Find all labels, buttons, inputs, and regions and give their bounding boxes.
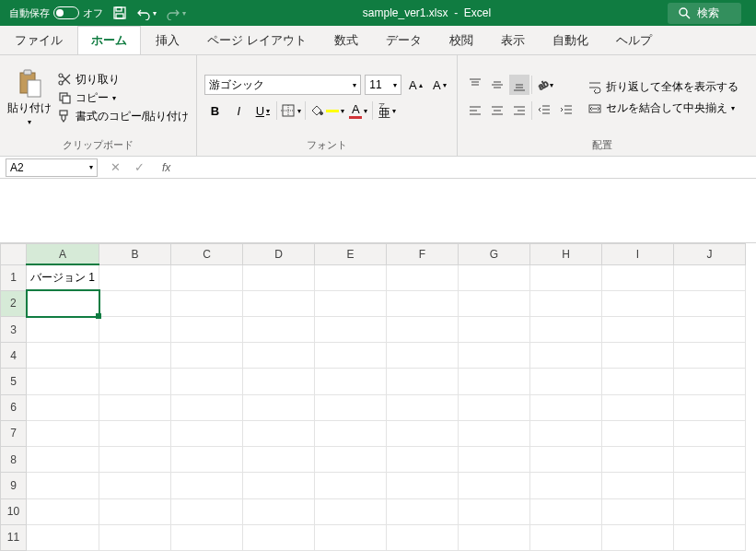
cell-F9[interactable] [387,473,459,498]
cell-E2[interactable] [315,290,387,316]
cell-B9[interactable] [99,473,171,498]
row-header-11[interactable]: 11 [1,524,27,550]
cell-I10[interactable] [602,498,674,524]
fx-label[interactable]: fx [157,161,176,174]
align-left-button[interactable] [465,100,485,121]
merge-center-button[interactable]: セルを結合して中央揃え ▾ [587,100,739,116]
column-header-E[interactable]: E [315,244,387,265]
cell-A6[interactable] [27,394,99,420]
cell-B6[interactable] [99,394,171,420]
cell-F10[interactable] [387,498,459,524]
paste-button[interactable]: 貼り付け ▾ [7,69,52,126]
row-header-8[interactable]: 8 [1,447,27,473]
search-box[interactable]: 検索 [668,3,741,24]
cell-H1[interactable] [530,264,602,290]
column-header-I[interactable]: I [602,244,674,265]
cell-H9[interactable] [530,473,602,498]
cell-J6[interactable] [674,394,746,420]
column-header-D[interactable]: D [243,244,315,265]
cell-H6[interactable] [530,394,602,420]
cell-D8[interactable] [243,447,315,473]
column-header-B[interactable]: B [99,244,171,265]
row-header-7[interactable]: 7 [1,420,27,446]
wrap-text-button[interactable]: 折り返して全体を表示する [587,79,739,95]
tab-挿入[interactable]: 挿入 [143,27,192,54]
cell-J1[interactable] [674,264,746,290]
cell-B2[interactable] [99,290,171,316]
cell-D9[interactable] [243,473,315,498]
align-bottom-button[interactable] [509,75,529,95]
cell-I8[interactable] [602,447,674,473]
tab-ヘルプ[interactable]: ヘルプ [603,27,665,54]
cell-E8[interactable] [315,447,387,473]
cell-G7[interactable] [459,420,530,446]
cell-J4[interactable] [674,343,746,369]
cell-B8[interactable] [99,447,171,473]
orientation-button[interactable]: ab▾ [534,75,554,95]
align-middle-button[interactable] [487,75,507,95]
cell-H2[interactable] [530,290,602,316]
cell-F5[interactable] [387,369,459,394]
row-header-10[interactable]: 10 [1,498,27,524]
increase-indent-button[interactable] [556,100,576,121]
cell-B11[interactable] [99,524,171,550]
cell-I5[interactable] [602,369,674,394]
column-header-C[interactable]: C [171,244,243,265]
cell-G9[interactable] [459,473,530,498]
row-header-4[interactable]: 4 [1,343,27,369]
cell-I2[interactable] [602,290,674,316]
cell-E9[interactable] [315,473,387,498]
tab-ページ レイアウト[interactable]: ページ レイアウト [194,27,320,54]
enter-formula-button[interactable]: ✓ [131,160,147,174]
cell-B7[interactable] [99,420,171,446]
cell-A5[interactable] [27,369,99,394]
cell-E6[interactable] [315,394,387,420]
cell-G5[interactable] [459,369,530,394]
column-header-F[interactable]: F [387,244,459,265]
cell-H11[interactable] [530,524,602,550]
align-right-button[interactable] [509,100,529,121]
select-all-corner[interactable] [1,244,27,265]
cell-D1[interactable] [243,264,315,290]
cell-F1[interactable] [387,264,459,290]
cell-C9[interactable] [171,473,243,498]
borders-button[interactable]: ▾ [281,100,301,121]
tab-自動化[interactable]: 自動化 [540,27,601,54]
tab-ホーム[interactable]: ホーム [77,26,141,54]
cell-C6[interactable] [171,394,243,420]
format-painter-button[interactable]: 書式のコピー/貼り付け [57,109,189,124]
cell-C1[interactable] [171,264,243,290]
cell-B1[interactable] [99,264,171,290]
cell-D2[interactable] [243,290,315,316]
cell-E10[interactable] [315,498,387,524]
cell-A10[interactable] [27,498,99,524]
cell-F11[interactable] [387,524,459,550]
cell-J5[interactable] [674,369,746,394]
cell-D11[interactable] [243,524,315,550]
cell-C3[interactable] [171,317,243,343]
cell-J8[interactable] [674,447,746,473]
cell-G2[interactable] [459,290,530,316]
phonetic-button[interactable]: ア亜 ▾ [377,100,397,121]
row-header-9[interactable]: 9 [1,473,27,498]
cell-J10[interactable] [674,498,746,524]
align-center-button[interactable] [487,100,507,121]
decrease-indent-button[interactable] [534,100,554,121]
cell-B4[interactable] [99,343,171,369]
row-header-5[interactable]: 5 [1,369,27,394]
font-size-select[interactable]: 11▾ [365,75,401,95]
cell-I11[interactable] [602,524,674,550]
cell-A7[interactable] [27,420,99,446]
cell-E11[interactable] [315,524,387,550]
row-header-6[interactable]: 6 [1,394,27,420]
italic-button[interactable]: I [228,100,249,121]
cell-E4[interactable] [315,343,387,369]
copy-button[interactable]: コピー ▾ [57,90,189,106]
cell-E3[interactable] [315,317,387,343]
cell-B10[interactable] [99,498,171,524]
column-header-A[interactable]: A [27,244,99,265]
cell-I7[interactable] [602,420,674,446]
tab-ファイル[interactable]: ファイル [2,27,76,54]
tab-数式[interactable]: 数式 [321,27,371,54]
cell-G11[interactable] [459,524,530,550]
